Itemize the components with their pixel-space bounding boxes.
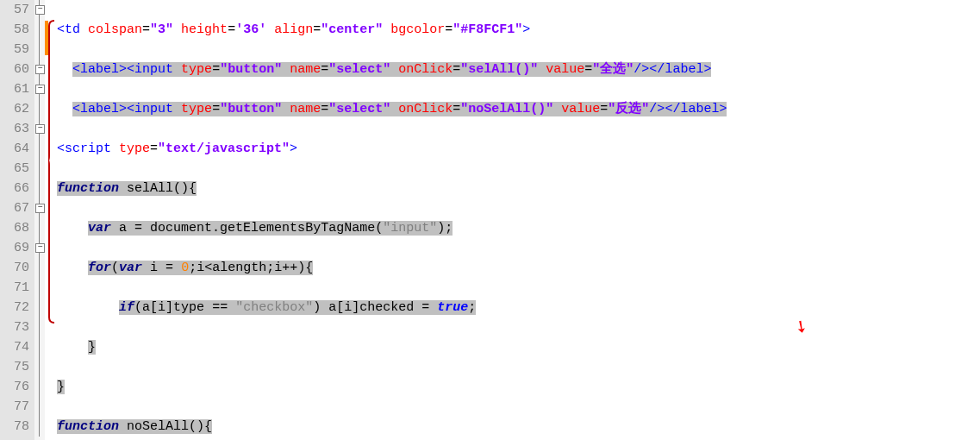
line-number[interactable]: 59 [9,40,29,60]
code-line[interactable]: <script type="text/javascript"> [57,139,980,159]
code-line[interactable]: var a = document.getElementsByTagName("i… [57,218,980,238]
fold-toggle-icon[interactable]: − [35,243,45,253]
line-number[interactable]: 73 [9,317,29,337]
code-line[interactable]: } [57,377,980,397]
fold-toggle-icon[interactable]: − [35,85,45,94]
line-number[interactable]: 76 [9,377,29,397]
line-number[interactable]: 69 [9,238,29,258]
line-number[interactable]: 62 [9,99,29,119]
annotation-arrow-icon: ➘ [790,316,811,338]
line-number[interactable]: 75 [9,357,29,377]
fold-toggle-icon[interactable]: − [35,65,45,74]
line-number[interactable]: 74 [9,337,29,357]
code-line[interactable]: <label><input type="button" name="select… [57,60,980,79]
line-number[interactable]: 72 [9,298,29,317]
line-number[interactable]: 71 [9,278,29,298]
line-number[interactable]: 77 [9,397,29,417]
line-number[interactable]: 68 [9,218,29,238]
code-line[interactable]: if(a[i]type == "checkbox") a[i]checked =… [57,298,980,317]
line-number[interactable]: 64 [9,139,29,159]
code-line[interactable]: } [57,337,980,357]
code-area[interactable]: <td colspan="3" height='36' align="cente… [55,0,980,440]
line-number[interactable]: 61 [9,79,29,99]
line-number[interactable]: 57 [9,0,29,20]
line-gutter: 57 58 59 60 61 62 63 64 65 66 67 68 69 7… [0,0,34,440]
line-number[interactable]: 70 [9,258,29,278]
code-line[interactable]: <label><input type="button" name="select… [57,99,980,119]
code-line[interactable]: function selAll(){ [57,179,980,198]
line-number[interactable]: 67 [9,198,29,218]
fold-column: − − − − − − [34,0,45,440]
code-editor: 57 58 59 60 61 62 63 64 65 66 67 68 69 7… [0,0,980,440]
code-line[interactable]: for(var i = 0;i<alength;i++){ [57,258,980,278]
fold-toggle-icon[interactable]: − [35,5,45,15]
line-number[interactable]: 78 [9,417,29,437]
line-number[interactable]: 66 [9,179,29,198]
line-number[interactable]: 58 [9,20,29,40]
fold-toggle-icon[interactable]: − [35,204,45,213]
fold-toggle-icon[interactable]: − [35,124,45,134]
code-line[interactable]: function noSelAll(){ [57,417,980,437]
code-line[interactable]: <td colspan="3" height='36' align="cente… [57,20,980,40]
brace-column [48,0,55,440]
line-number[interactable]: 63 [9,119,29,139]
line-number[interactable]: 60 [9,60,29,79]
line-number[interactable]: 65 [9,159,29,179]
